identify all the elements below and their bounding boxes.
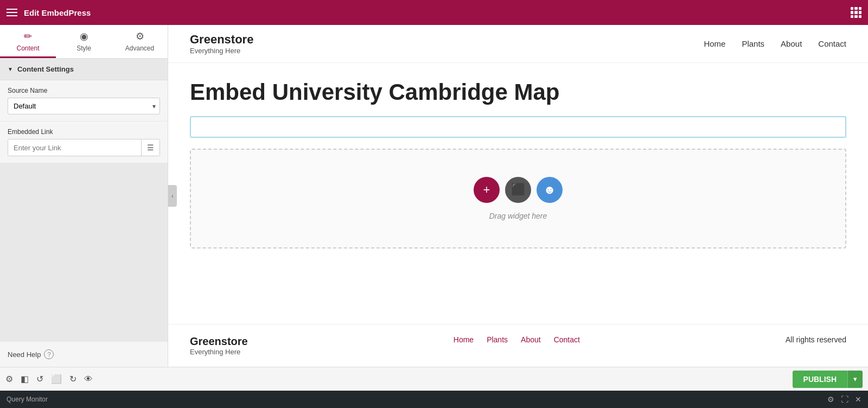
footer-brand-tagline: Everything Here bbox=[190, 348, 248, 356]
qm-fullscreen-icon[interactable]: ⛶ bbox=[841, 395, 848, 404]
qm-settings-icon[interactable]: ⚙ bbox=[827, 395, 834, 404]
bottom-bar-left: ⚙ ◧ ↺ ⬜ ↻ 👁 bbox=[5, 374, 93, 384]
footer-nav-plants[interactable]: Plants bbox=[487, 335, 508, 344]
publish-wrap: PUBLISH ▾ bbox=[793, 371, 863, 388]
footer-brand-name: Greenstore bbox=[190, 335, 248, 348]
source-name-label: Source Name bbox=[8, 87, 160, 94]
tab-advanced-label: Advanced bbox=[125, 44, 154, 52]
query-monitor-right: ⚙ ⛶ ✕ bbox=[827, 395, 861, 404]
footer-nav-home[interactable]: Home bbox=[454, 335, 474, 344]
nav-home[interactable]: Home bbox=[704, 39, 725, 48]
embed-input-area[interactable] bbox=[190, 116, 846, 138]
sidebar: ✏ Content ◉ Style ⚙ Advanced ▼ Content S… bbox=[0, 25, 168, 367]
tab-content-label: Content bbox=[16, 44, 39, 52]
collapse-arrow-icon: ▼ bbox=[8, 66, 13, 72]
add-widget-button[interactable]: + bbox=[474, 177, 500, 203]
hamburger-menu-icon[interactable] bbox=[7, 9, 17, 16]
bottom-bar: ⚙ ◧ ↺ ⬜ ↻ 👁 PUBLISH ▾ bbox=[0, 367, 868, 391]
editor-title: Edit EmbedPress bbox=[24, 8, 91, 17]
settings-icon[interactable]: ⚙ bbox=[5, 374, 13, 384]
site-header: Greenstore Everything Here Home Plants A… bbox=[168, 25, 868, 63]
query-monitor-label: Query Monitor bbox=[7, 396, 48, 403]
footer-brand: Greenstore Everything Here bbox=[190, 335, 248, 356]
link-input[interactable] bbox=[8, 140, 141, 156]
embedded-link-label: Embedded Link bbox=[8, 128, 160, 136]
main-content: Greenstore Everything Here Home Plants A… bbox=[168, 25, 868, 367]
site-brand: Greenstore Everything Here bbox=[190, 33, 253, 55]
advanced-tab-icon: ⚙ bbox=[136, 30, 144, 42]
site-footer: Greenstore Everything Here Home Plants A… bbox=[168, 324, 868, 367]
query-monitor-bar: Query Monitor ⚙ ⛶ ✕ bbox=[0, 391, 868, 408]
history-icon[interactable]: ↺ bbox=[36, 374, 43, 384]
drag-text: Drag widget here bbox=[489, 212, 547, 220]
link-options-icon[interactable]: ☰ bbox=[141, 139, 159, 156]
tab-style-label: Style bbox=[76, 44, 91, 52]
nav-plants[interactable]: Plants bbox=[742, 39, 764, 48]
need-help-section: Need Help ? bbox=[0, 342, 168, 367]
help-icon[interactable]: ? bbox=[44, 349, 54, 359]
sidebar-gray-area bbox=[0, 163, 168, 342]
apps-grid-icon[interactable] bbox=[851, 7, 861, 18]
tab-advanced[interactable]: ⚙ Advanced bbox=[112, 25, 168, 58]
widget-drop-zone[interactable]: + ⬛ ☻ Drag widget here bbox=[190, 149, 846, 248]
refresh-icon[interactable]: ↻ bbox=[69, 374, 76, 384]
qm-close-icon[interactable]: ✕ bbox=[855, 395, 861, 404]
publish-dropdown-button[interactable]: ▾ bbox=[847, 371, 863, 388]
nav-contact[interactable]: Contact bbox=[818, 39, 846, 48]
content-settings-header[interactable]: ▼ Content Settings bbox=[0, 59, 168, 80]
footer-rights: All rights reserved bbox=[786, 335, 846, 344]
widget-buttons: + ⬛ ☻ bbox=[474, 177, 563, 203]
page-title: Embed University Cambridge Map bbox=[190, 79, 846, 105]
source-name-group: Source Name Default ▾ bbox=[0, 80, 168, 122]
brand-tagline: Everything Here bbox=[190, 47, 253, 55]
sidebar-collapse-handle[interactable]: ‹ bbox=[168, 185, 177, 207]
style-tab-icon: ◉ bbox=[80, 30, 88, 42]
link-input-wrap: ☰ bbox=[8, 139, 160, 156]
publish-button[interactable]: PUBLISH bbox=[793, 371, 847, 388]
page-heading: Embed University Cambridge Map bbox=[168, 63, 868, 116]
source-name-select[interactable]: Default bbox=[8, 98, 160, 114]
tab-content[interactable]: ✏ Content bbox=[0, 25, 56, 58]
top-bar: Edit EmbedPress bbox=[0, 0, 868, 25]
need-help-label: Need Help bbox=[8, 350, 41, 359]
folder-widget-button[interactable]: ⬛ bbox=[505, 177, 531, 203]
layers-icon[interactable]: ◧ bbox=[21, 374, 29, 384]
preview-icon[interactable]: 👁 bbox=[84, 374, 93, 384]
site-nav: Home Plants About Contact bbox=[704, 39, 846, 48]
sidebar-tabs: ✏ Content ◉ Style ⚙ Advanced bbox=[0, 25, 168, 59]
brand-name: Greenstore bbox=[190, 33, 253, 47]
footer-nav: Home Plants About Contact bbox=[454, 335, 580, 344]
nav-about[interactable]: About bbox=[781, 39, 802, 48]
content-tab-icon: ✏ bbox=[24, 30, 32, 42]
section-title: Content Settings bbox=[17, 65, 74, 73]
person-widget-button[interactable]: ☻ bbox=[537, 177, 563, 203]
footer-nav-about[interactable]: About bbox=[521, 335, 541, 344]
tab-style[interactable]: ◉ Style bbox=[56, 25, 112, 58]
responsive-icon[interactable]: ⬜ bbox=[51, 374, 62, 384]
embedded-link-group: Embedded Link ☰ bbox=[0, 122, 168, 163]
footer-nav-contact[interactable]: Contact bbox=[554, 335, 580, 344]
